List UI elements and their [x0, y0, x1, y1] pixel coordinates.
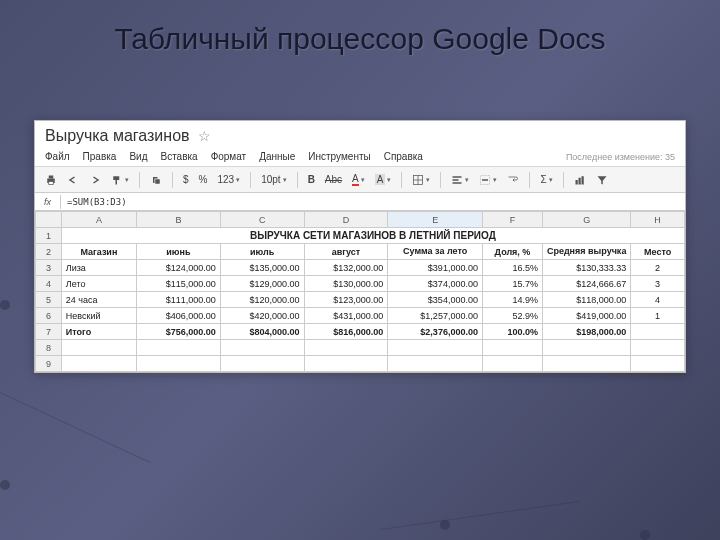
- cell-sum[interactable]: $354,000.00: [388, 292, 483, 308]
- sheet-title-cell[interactable]: ВЫРУЧКА СЕТИ МАГАЗИНОВ В ЛЕТНИЙ ПЕРИОД: [61, 228, 684, 244]
- fx-icon[interactable]: fx: [35, 195, 61, 209]
- cell-jul[interactable]: $120,000.00: [220, 292, 304, 308]
- cell-sum[interactable]: $391,000.00: [388, 260, 483, 276]
- valign-button[interactable]: ▾: [477, 173, 499, 187]
- total-share[interactable]: 100.0%: [482, 324, 542, 340]
- col-H[interactable]: H: [631, 212, 685, 228]
- halign-button[interactable]: ▾: [449, 173, 471, 187]
- cell-jun[interactable]: $115,000.00: [136, 276, 220, 292]
- cell-aug[interactable]: $123,000.00: [304, 292, 388, 308]
- chart-button[interactable]: [572, 173, 588, 187]
- cell-avg[interactable]: $124,666.67: [543, 276, 631, 292]
- format-duplicate-button[interactable]: [148, 173, 164, 187]
- menu-edit[interactable]: Правка: [83, 151, 117, 162]
- menu-format[interactable]: Формат: [211, 151, 247, 162]
- hdr-aug[interactable]: август: [304, 244, 388, 260]
- col-B[interactable]: B: [136, 212, 220, 228]
- cell-avg[interactable]: $419,000.00: [543, 308, 631, 324]
- col-C[interactable]: C: [220, 212, 304, 228]
- currency-button[interactable]: $: [181, 173, 191, 186]
- col-F[interactable]: F: [482, 212, 542, 228]
- cell-place[interactable]: 4: [631, 292, 685, 308]
- cell-jul[interactable]: $420,000.00: [220, 308, 304, 324]
- hdr-share[interactable]: Доля, %: [482, 244, 542, 260]
- cell-place[interactable]: 2: [631, 260, 685, 276]
- row-total-n[interactable]: 7: [36, 324, 62, 340]
- total-avg[interactable]: $198,000.00: [543, 324, 631, 340]
- menu-file[interactable]: Файл: [45, 151, 70, 162]
- menu-data[interactable]: Данные: [259, 151, 295, 162]
- col-A[interactable]: A: [61, 212, 136, 228]
- strike-button[interactable]: Abc: [323, 173, 344, 186]
- cell-jul[interactable]: $129,000.00: [220, 276, 304, 292]
- functions-button[interactable]: Σ▾: [538, 173, 554, 186]
- hdr-sum[interactable]: Сумма за лето: [388, 244, 483, 260]
- hdr-store[interactable]: Магазин: [61, 244, 136, 260]
- menu-insert[interactable]: Вставка: [160, 151, 197, 162]
- undo-button[interactable]: [65, 173, 81, 187]
- col-E[interactable]: E: [388, 212, 483, 228]
- cell-store[interactable]: Лето: [61, 276, 136, 292]
- cell-share[interactable]: 52.9%: [482, 308, 542, 324]
- fontsize-select[interactable]: 10pt▾: [259, 173, 288, 186]
- text-color-button[interactable]: A▾: [350, 172, 367, 187]
- cell-place[interactable]: 3: [631, 276, 685, 292]
- filter-button[interactable]: [594, 173, 610, 187]
- row-5[interactable]: 5: [36, 292, 62, 308]
- formula-input[interactable]: =SUM(B3:D3): [61, 195, 685, 209]
- star-icon[interactable]: ☆: [198, 128, 211, 144]
- total-jul[interactable]: $804,000.00: [220, 324, 304, 340]
- row-9[interactable]: 9: [36, 356, 62, 372]
- cell-aug[interactable]: $132,000.00: [304, 260, 388, 276]
- cell-place[interactable]: 1: [631, 308, 685, 324]
- total-jun[interactable]: $756,000.00: [136, 324, 220, 340]
- select-all-corner[interactable]: [36, 212, 62, 228]
- total-sum[interactable]: $2,376,000.00: [388, 324, 483, 340]
- cell-store[interactable]: Невский: [61, 308, 136, 324]
- wrap-button[interactable]: [505, 173, 521, 187]
- cell-jun[interactable]: $111,000.00: [136, 292, 220, 308]
- cell-share[interactable]: 16.5%: [482, 260, 542, 276]
- cell-store[interactable]: 24 часа: [61, 292, 136, 308]
- cell-aug[interactable]: $431,000.00: [304, 308, 388, 324]
- cell-sum[interactable]: $1,257,000.00: [388, 308, 483, 324]
- cell-jul[interactable]: $135,000.00: [220, 260, 304, 276]
- hdr-place[interactable]: Место: [631, 244, 685, 260]
- hdr-jun[interactable]: июнь: [136, 244, 220, 260]
- cell-store[interactable]: Лиза: [61, 260, 136, 276]
- col-D[interactable]: D: [304, 212, 388, 228]
- row-1[interactable]: 1: [36, 228, 62, 244]
- menu-help[interactable]: Справка: [384, 151, 423, 162]
- menu-view[interactable]: Вид: [129, 151, 147, 162]
- cell-avg[interactable]: $130,333.33: [543, 260, 631, 276]
- percent-button[interactable]: %: [197, 173, 210, 186]
- row-3[interactable]: 3: [36, 260, 62, 276]
- cell-share[interactable]: 15.7%: [482, 276, 542, 292]
- col-G[interactable]: G: [543, 212, 631, 228]
- paint-format-button[interactable]: ▾: [109, 173, 131, 187]
- numfmt-button[interactable]: 123▾: [215, 173, 242, 186]
- print-button[interactable]: [43, 173, 59, 187]
- redo-button[interactable]: [87, 173, 103, 187]
- hdr-avg[interactable]: Средняя выручка: [543, 244, 631, 260]
- cell-sum[interactable]: $374,000.00: [388, 276, 483, 292]
- menu-tools[interactable]: Инструменты: [308, 151, 370, 162]
- row-8[interactable]: 8: [36, 340, 62, 356]
- total-store[interactable]: Итого: [61, 324, 136, 340]
- row-6[interactable]: 6: [36, 308, 62, 324]
- row-4[interactable]: 4: [36, 276, 62, 292]
- row-2[interactable]: 2: [36, 244, 62, 260]
- total-aug[interactable]: $816,000.00: [304, 324, 388, 340]
- cell-jun[interactable]: $124,000.00: [136, 260, 220, 276]
- total-place[interactable]: [631, 324, 685, 340]
- bold-button[interactable]: B: [306, 173, 317, 186]
- cell-share[interactable]: 14.9%: [482, 292, 542, 308]
- cell-avg[interactable]: $118,000.00: [543, 292, 631, 308]
- grid[interactable]: A B C D E F G H 1 ВЫРУЧКА СЕТИ МАГАЗИНОВ…: [35, 211, 685, 372]
- fill-color-button[interactable]: A▾: [373, 173, 394, 186]
- doc-title[interactable]: Выручка магазинов: [45, 127, 190, 145]
- cell-aug[interactable]: $130,000.00: [304, 276, 388, 292]
- cell-jun[interactable]: $406,000.00: [136, 308, 220, 324]
- hdr-jul[interactable]: июль: [220, 244, 304, 260]
- borders-button[interactable]: ▾: [410, 173, 432, 187]
